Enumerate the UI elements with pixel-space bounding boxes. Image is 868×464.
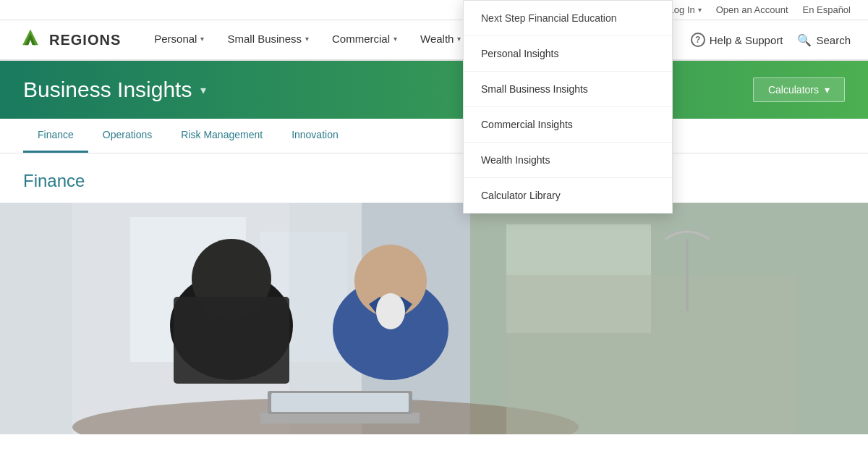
dropdown-item-small-business-insights[interactable]: Small Business Insights: [464, 72, 672, 107]
dropdown-item-next-step[interactable]: Next Step Financial Education: [464, 1, 672, 36]
nav-item-small-business[interactable]: Small Business ▾: [216, 20, 320, 59]
personal-chevron-icon: ▾: [200, 35, 204, 43]
calculators-button[interactable]: Calculators ▾: [753, 77, 845, 102]
search-icon: 🔍: [797, 33, 812, 47]
sub-nav-risk-management[interactable]: Risk Management: [166, 119, 277, 153]
svg-rect-12: [174, 297, 289, 384]
svg-rect-19: [506, 275, 796, 434]
finance-section: Finance: [0, 153, 868, 191]
hero-title: Business Insights ▾: [23, 77, 206, 102]
resources-dropdown: Next Step Financial Education Personal I…: [463, 0, 673, 214]
calculators-chevron-icon: ▾: [825, 84, 830, 96]
dropdown-item-wealth-insights[interactable]: Wealth Insights: [464, 143, 672, 178]
content-area: Finance: [0, 153, 868, 434]
dropdown-item-commercial-insights[interactable]: Commercial Insights: [464, 107, 672, 143]
dropdown-item-calculator-library[interactable]: Calculator Library: [464, 178, 672, 213]
nav-item-commercial[interactable]: Commercial ▾: [320, 20, 409, 59]
en-espanol-link[interactable]: En Español: [803, 4, 851, 15]
hero-right: Calculators ▾: [753, 77, 845, 102]
utility-bar: Locations Log In ▾ Open an Account En Es…: [0, 0, 868, 20]
hero-image-svg: [0, 203, 868, 434]
svg-rect-18: [271, 393, 409, 412]
finance-section-title: Finance: [23, 171, 845, 191]
hero-title-arrow-icon: ▾: [200, 83, 206, 97]
nav-item-personal[interactable]: Personal ▾: [142, 20, 216, 59]
log-in-link[interactable]: Log In ▾: [669, 4, 702, 15]
wealth-chevron-icon: ▾: [457, 35, 461, 43]
open-account-link[interactable]: Open an Account: [716, 4, 788, 15]
main-nav: Regions Personal ▾ Small Business ▾ Comm…: [0, 20, 868, 61]
regions-logo-icon: [17, 27, 43, 53]
logo-link[interactable]: Regions: [17, 27, 121, 53]
log-in-chevron-icon: ▾: [698, 6, 702, 14]
page-wrapper: Locations Log In ▾ Open an Account En Es…: [0, 0, 868, 434]
hero-image: [0, 203, 868, 434]
sub-nav-innovation[interactable]: Innovation: [277, 119, 353, 153]
small-business-chevron-icon: ▾: [305, 35, 309, 43]
search-button[interactable]: 🔍 Search: [797, 33, 851, 47]
help-support-button[interactable]: ? Help & Support: [691, 33, 783, 47]
svg-rect-16: [260, 413, 420, 423]
logo-text: Regions: [49, 32, 121, 48]
dropdown-item-personal-insights[interactable]: Personal Insights: [464, 36, 672, 72]
sub-nav: Finance Operations Risk Management Innov…: [0, 119, 868, 153]
commercial-chevron-icon: ▾: [393, 35, 397, 43]
hero-banner: Business Insights ▾ Calculators ▾: [0, 61, 868, 119]
help-icon: ?: [691, 33, 705, 47]
nav-right: ? Help & Support 🔍 Search: [691, 33, 851, 47]
svg-point-15: [376, 293, 405, 329]
sub-nav-operations[interactable]: Operations: [88, 119, 166, 153]
sub-nav-finance[interactable]: Finance: [23, 119, 88, 153]
